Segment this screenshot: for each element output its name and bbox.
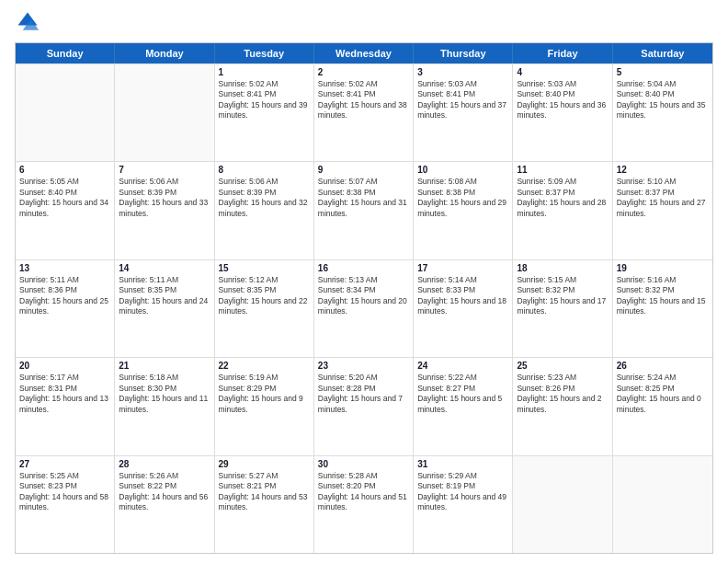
calendar-cell: 11Sunrise: 5:09 AMSunset: 8:37 PMDayligh…	[513, 162, 612, 259]
day-info: Sunrise: 5:25 AMSunset: 8:23 PMDaylight:…	[19, 471, 110, 513]
calendar-cell: 4Sunrise: 5:03 AMSunset: 8:40 PMDaylight…	[513, 64, 612, 161]
day-number: 7	[119, 165, 210, 175]
day-number: 5	[617, 67, 709, 77]
day-info: Sunrise: 5:14 AMSunset: 8:33 PMDaylight:…	[417, 275, 508, 317]
day-number: 11	[517, 165, 608, 175]
weekday-header: Monday	[115, 43, 214, 63]
day-number: 18	[517, 263, 608, 273]
calendar-cell: 28Sunrise: 5:26 AMSunset: 8:22 PMDayligh…	[115, 456, 214, 553]
calendar-cell: 9Sunrise: 5:07 AMSunset: 8:38 PMDaylight…	[314, 162, 414, 259]
day-number: 30	[318, 459, 409, 469]
day-info: Sunrise: 5:04 AMSunset: 8:40 PMDaylight:…	[617, 79, 709, 121]
day-info: Sunrise: 5:28 AMSunset: 8:20 PMDaylight:…	[318, 471, 409, 513]
calendar-cell: 10Sunrise: 5:08 AMSunset: 8:38 PMDayligh…	[414, 162, 513, 259]
calendar-cell	[16, 64, 115, 161]
calendar-cell: 14Sunrise: 5:11 AMSunset: 8:35 PMDayligh…	[115, 260, 214, 357]
calendar-cell: 27Sunrise: 5:25 AMSunset: 8:23 PMDayligh…	[16, 456, 115, 553]
day-info: Sunrise: 5:11 AMSunset: 8:36 PMDaylight:…	[19, 275, 110, 317]
header	[15, 9, 713, 35]
logo	[15, 9, 44, 35]
day-info: Sunrise: 5:24 AMSunset: 8:25 PMDaylight:…	[617, 373, 709, 415]
calendar-cell: 15Sunrise: 5:12 AMSunset: 8:35 PMDayligh…	[215, 260, 314, 357]
day-number: 28	[119, 459, 210, 469]
day-info: Sunrise: 5:18 AMSunset: 8:30 PMDaylight:…	[119, 373, 210, 415]
calendar-cell	[513, 456, 612, 553]
day-info: Sunrise: 5:02 AMSunset: 8:41 PMDaylight:…	[318, 79, 409, 121]
day-number: 25	[517, 361, 608, 371]
calendar-row: 1Sunrise: 5:02 AMSunset: 8:41 PMDaylight…	[16, 63, 712, 161]
day-number: 31	[417, 459, 508, 469]
calendar-cell	[115, 64, 214, 161]
calendar-cell: 20Sunrise: 5:17 AMSunset: 8:31 PMDayligh…	[16, 358, 115, 454]
day-number: 15	[219, 263, 310, 273]
calendar-cell: 16Sunrise: 5:13 AMSunset: 8:34 PMDayligh…	[314, 260, 414, 357]
day-number: 14	[119, 263, 210, 273]
day-number: 2	[318, 67, 409, 77]
calendar-cell: 31Sunrise: 5:29 AMSunset: 8:19 PMDayligh…	[414, 456, 513, 553]
day-info: Sunrise: 5:07 AMSunset: 8:38 PMDaylight:…	[318, 177, 409, 219]
day-info: Sunrise: 5:22 AMSunset: 8:27 PMDaylight:…	[417, 373, 508, 415]
day-number: 3	[417, 67, 508, 77]
day-info: Sunrise: 5:13 AMSunset: 8:34 PMDaylight:…	[318, 275, 409, 317]
day-info: Sunrise: 5:02 AMSunset: 8:41 PMDaylight:…	[219, 79, 310, 121]
day-info: Sunrise: 5:17 AMSunset: 8:31 PMDaylight:…	[19, 373, 110, 415]
day-number: 8	[219, 165, 310, 175]
calendar-cell: 8Sunrise: 5:06 AMSunset: 8:39 PMDaylight…	[215, 162, 314, 259]
day-number: 9	[318, 165, 409, 175]
day-number: 24	[417, 361, 508, 371]
day-number: 23	[318, 361, 409, 371]
day-number: 27	[19, 459, 110, 469]
day-number: 19	[617, 263, 709, 273]
day-number: 21	[119, 361, 210, 371]
weekday-header: Thursday	[414, 43, 513, 63]
weekday-header: Sunday	[16, 43, 115, 63]
calendar-cell	[613, 456, 712, 553]
day-info: Sunrise: 5:16 AMSunset: 8:32 PMDaylight:…	[617, 275, 709, 317]
calendar-cell: 29Sunrise: 5:27 AMSunset: 8:21 PMDayligh…	[215, 456, 314, 553]
day-info: Sunrise: 5:05 AMSunset: 8:40 PMDaylight:…	[19, 177, 110, 219]
day-info: Sunrise: 5:15 AMSunset: 8:32 PMDaylight:…	[517, 275, 608, 317]
day-info: Sunrise: 5:08 AMSunset: 8:38 PMDaylight:…	[417, 177, 508, 219]
day-number: 20	[19, 361, 110, 371]
calendar-cell: 21Sunrise: 5:18 AMSunset: 8:30 PMDayligh…	[115, 358, 214, 454]
calendar-header: SundayMondayTuesdayWednesdayThursdayFrid…	[16, 43, 712, 63]
day-info: Sunrise: 5:23 AMSunset: 8:26 PMDaylight:…	[517, 373, 608, 415]
calendar-row: 13Sunrise: 5:11 AMSunset: 8:36 PMDayligh…	[16, 259, 712, 357]
day-number: 6	[19, 165, 110, 175]
calendar-cell: 5Sunrise: 5:04 AMSunset: 8:40 PMDaylight…	[613, 64, 712, 161]
weekday-header: Saturday	[613, 43, 712, 63]
day-number: 10	[417, 165, 508, 175]
calendar-cell: 24Sunrise: 5:22 AMSunset: 8:27 PMDayligh…	[414, 358, 513, 454]
day-info: Sunrise: 5:19 AMSunset: 8:29 PMDaylight:…	[219, 373, 310, 415]
weekday-header: Friday	[513, 43, 612, 63]
day-number: 4	[517, 67, 608, 77]
day-number: 22	[219, 361, 310, 371]
day-number: 12	[617, 165, 709, 175]
calendar-cell: 22Sunrise: 5:19 AMSunset: 8:29 PMDayligh…	[215, 358, 314, 454]
calendar-row: 27Sunrise: 5:25 AMSunset: 8:23 PMDayligh…	[16, 455, 712, 553]
day-number: 17	[417, 263, 508, 273]
calendar-cell: 30Sunrise: 5:28 AMSunset: 8:20 PMDayligh…	[314, 456, 414, 553]
day-info: Sunrise: 5:03 AMSunset: 8:40 PMDaylight:…	[517, 79, 608, 121]
calendar-cell: 25Sunrise: 5:23 AMSunset: 8:26 PMDayligh…	[513, 358, 612, 454]
calendar-cell: 6Sunrise: 5:05 AMSunset: 8:40 PMDaylight…	[16, 162, 115, 259]
day-number: 29	[219, 459, 310, 469]
day-number: 13	[19, 263, 110, 273]
day-info: Sunrise: 5:06 AMSunset: 8:39 PMDaylight:…	[119, 177, 210, 219]
calendar: SundayMondayTuesdayWednesdayThursdayFrid…	[15, 42, 713, 554]
weekday-header: Wednesday	[314, 43, 414, 63]
day-info: Sunrise: 5:11 AMSunset: 8:35 PMDaylight:…	[119, 275, 210, 317]
weekday-header: Tuesday	[215, 43, 314, 63]
calendar-cell: 18Sunrise: 5:15 AMSunset: 8:32 PMDayligh…	[513, 260, 612, 357]
day-info: Sunrise: 5:20 AMSunset: 8:28 PMDaylight:…	[318, 373, 409, 415]
calendar-cell: 2Sunrise: 5:02 AMSunset: 8:41 PMDaylight…	[314, 64, 414, 161]
calendar-cell: 23Sunrise: 5:20 AMSunset: 8:28 PMDayligh…	[314, 358, 414, 454]
day-info: Sunrise: 5:06 AMSunset: 8:39 PMDaylight:…	[219, 177, 310, 219]
calendar-cell: 13Sunrise: 5:11 AMSunset: 8:36 PMDayligh…	[16, 260, 115, 357]
day-info: Sunrise: 5:27 AMSunset: 8:21 PMDaylight:…	[219, 471, 310, 513]
day-info: Sunrise: 5:26 AMSunset: 8:22 PMDaylight:…	[119, 471, 210, 513]
day-info: Sunrise: 5:03 AMSunset: 8:41 PMDaylight:…	[417, 79, 508, 121]
day-info: Sunrise: 5:29 AMSunset: 8:19 PMDaylight:…	[417, 471, 508, 513]
day-info: Sunrise: 5:12 AMSunset: 8:35 PMDaylight:…	[219, 275, 310, 317]
calendar-cell: 7Sunrise: 5:06 AMSunset: 8:39 PMDaylight…	[115, 162, 214, 259]
